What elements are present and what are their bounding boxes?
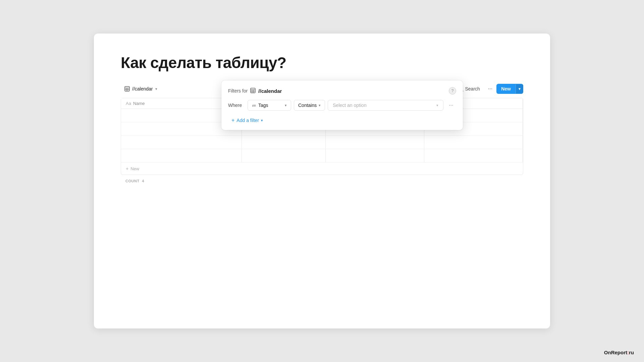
- page-title: Как сделать таблицу?: [121, 54, 523, 72]
- table-row[interactable]: [121, 136, 523, 149]
- brand-text-on: OnReport: [604, 350, 627, 355]
- more-options-button[interactable]: ···: [485, 84, 495, 94]
- filter-dropdown-header: Filters for //calendar ?: [228, 87, 456, 95]
- new-main-button[interactable]: New: [496, 84, 516, 94]
- cell-tags-4[interactable]: [242, 149, 326, 162]
- view-name-label: //calendar: [132, 86, 153, 92]
- filter-condition-row: Where ≔ Tags ▾ Contains ▾ Select an opti…: [228, 100, 456, 111]
- value-chevron-icon: ▾: [436, 103, 438, 108]
- cell-tags-3[interactable]: [242, 136, 326, 149]
- cell-name-4[interactable]: [121, 149, 242, 162]
- new-chevron-button[interactable]: ▾: [516, 84, 523, 94]
- new-chevron-icon: ▾: [519, 87, 521, 91]
- search-label: Search: [465, 86, 480, 92]
- svg-rect-7: [251, 88, 255, 93]
- cell-extra-3[interactable]: [326, 136, 424, 149]
- where-label: Where: [228, 103, 245, 108]
- app-window: Как сделать таблицу? //calendar ▾: [94, 34, 550, 328]
- filter-condition-label: Contains: [298, 103, 317, 108]
- add-filter-label: Add a filter: [236, 118, 259, 123]
- filter-field-select[interactable]: ≔ Tags ▾: [248, 100, 291, 111]
- footer-branding: OnReport:ru: [604, 350, 634, 355]
- filter-title: Filters for //calendar: [228, 88, 282, 94]
- filter-view-name: //calendar: [258, 88, 282, 94]
- add-filter-chevron-icon: ▾: [261, 118, 263, 123]
- name-col-label: Name: [133, 101, 145, 106]
- table-icon: [124, 86, 130, 92]
- cell-extra-3b[interactable]: [424, 136, 523, 149]
- filter-condition-select[interactable]: Contains ▾: [294, 100, 325, 111]
- filter-help-button[interactable]: ?: [449, 87, 456, 95]
- count-value: 4: [142, 179, 144, 183]
- filter-row-more-button[interactable]: ···: [446, 100, 456, 110]
- field-icon: ≔: [252, 103, 256, 108]
- filter-dropdown: Filters for //calendar ?: [221, 80, 463, 130]
- new-row-button[interactable]: + New: [121, 163, 523, 175]
- cell-extra-4b[interactable]: [424, 149, 523, 162]
- page-content: Как сделать таблицу? //calendar ▾: [94, 34, 550, 328]
- brand-suffix: ru: [629, 350, 634, 355]
- add-filter-plus-icon: +: [231, 117, 234, 123]
- condition-chevron-icon: ▾: [319, 103, 321, 108]
- filter-value-placeholder: Select an option: [333, 103, 366, 108]
- view-selector-button[interactable]: //calendar ▾: [121, 84, 161, 94]
- svg-rect-0: [125, 86, 129, 91]
- cell-name-3[interactable]: [121, 136, 242, 149]
- filters-for-label: Filters for: [228, 88, 248, 94]
- add-filter-button[interactable]: + Add a filter ▾: [228, 115, 266, 125]
- filter-value-select[interactable]: Select an option ▾: [328, 100, 443, 111]
- field-chevron-icon: ▾: [285, 103, 287, 108]
- more-icon: ···: [488, 86, 492, 92]
- new-row-label: New: [130, 166, 139, 171]
- new-button-group: New ▾: [496, 84, 523, 94]
- count-bar: COUNT 4: [121, 175, 523, 187]
- name-col-icon: Aa: [126, 101, 131, 106]
- table-row[interactable]: [121, 149, 523, 163]
- new-row-plus-icon: +: [126, 166, 128, 171]
- filter-view-icon: [250, 88, 256, 94]
- view-chevron-icon: ▾: [155, 87, 157, 91]
- count-label: COUNT: [125, 179, 140, 183]
- filter-field-label: Tags: [258, 103, 268, 108]
- filter-more-icon: ···: [449, 102, 453, 108]
- cell-extra-4[interactable]: [326, 149, 424, 162]
